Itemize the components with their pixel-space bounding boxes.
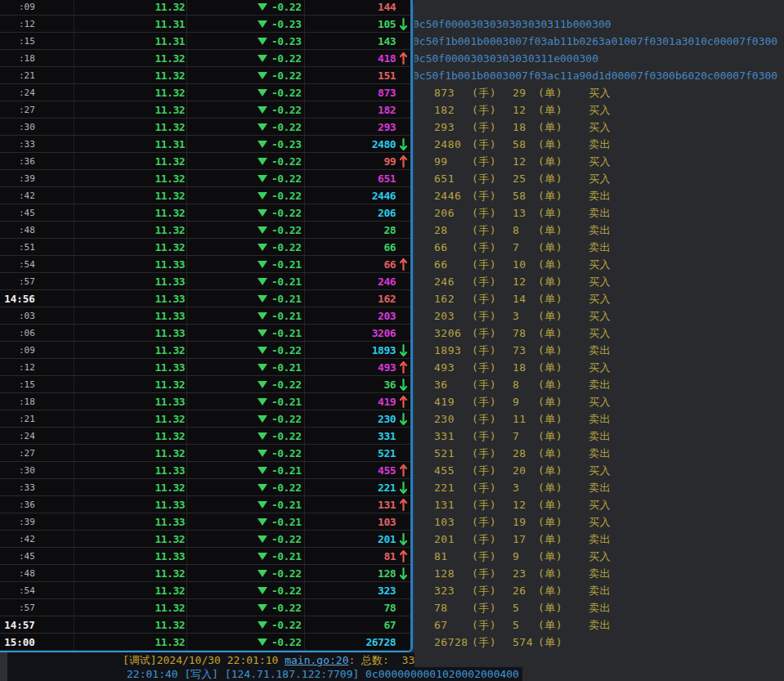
tick-row[interactable]: :4211.32-0.222446	[0, 187, 410, 204]
trade-log-row: 221(手)3(单)卖出	[414, 479, 784, 496]
debug-log-suffix: : 总数: 33	[348, 654, 414, 666]
tick-row[interactable]: :4211.32-0.22201	[0, 531, 410, 548]
source-link[interactable]: main.go:20	[284, 654, 348, 666]
tick-row[interactable]: :0911.32-0.22144	[0, 0, 410, 16]
tick-row[interactable]: :5411.33-0.2166	[0, 256, 410, 273]
trade-lots-label: (手)	[472, 601, 513, 616]
tick-row[interactable]: :5411.32-0.22323	[0, 582, 410, 599]
trade-lots-label: (手)	[472, 137, 513, 152]
debug-console-panel[interactable]: 0c50f0000303030303030311b0003000c50f1b00…	[414, 0, 784, 681]
tick-time: :09	[0, 345, 35, 356]
tick-arrow-slot	[396, 361, 410, 374]
tick-row[interactable]: :5711.33-0.21246	[0, 273, 410, 290]
tick-row[interactable]: :1211.31-0.23105	[0, 16, 410, 33]
tick-row[interactable]: :4511.33-0.2181	[0, 548, 410, 565]
tick-row[interactable]: :2111.32-0.22151	[0, 67, 410, 84]
trade-log-row: 230(手)11(单)卖出	[414, 410, 784, 428]
tick-volume: 66	[302, 241, 396, 253]
tick-change: -0.22	[185, 344, 301, 356]
tick-arrow-slot	[396, 549, 410, 563]
tick-change: -0.21	[185, 293, 301, 305]
tick-row[interactable]: :1211.33-0.21493	[0, 359, 410, 376]
up-arrow-icon	[400, 155, 407, 168]
tick-price: 11.32	[35, 155, 185, 168]
tick-volume: 36	[302, 379, 396, 391]
tick-row[interactable]: :0311.33-0.21203	[0, 307, 410, 325]
tick-time: :45	[0, 208, 35, 218]
tick-row[interactable]: :2711.32-0.22521	[0, 445, 410, 462]
tick-row[interactable]: :3611.32-0.2299	[0, 153, 410, 170]
tick-price: 11.32	[35, 190, 185, 202]
tick-change: -0.22	[185, 636, 301, 648]
trade-log-row: 182(手)12(单)买入	[414, 101, 784, 119]
tick-price: 11.32	[35, 87, 185, 99]
trade-lots-label: (手)	[472, 429, 513, 444]
trade-log-row: 419(手)9(单)买入	[414, 393, 784, 410]
down-arrow-icon	[400, 567, 407, 580]
tick-row[interactable]: :3311.32-0.22221	[0, 479, 410, 496]
tick-row[interactable]: :3011.33-0.21455	[0, 462, 410, 479]
tick-change: -0.23	[185, 138, 301, 150]
tick-row[interactable]: :2711.32-0.22182	[0, 101, 410, 119]
tick-row[interactable]: :5711.32-0.2278	[0, 599, 410, 616]
tick-volume: 131	[302, 499, 396, 511]
tick-price: 11.31	[35, 138, 185, 150]
trade-rows: 873(手)29(单)买入182(手)12(单)买入293(手)18(单)买入2…	[414, 84, 784, 651]
tick-change: -0.21	[185, 361, 301, 374]
tick-row[interactable]: :2411.32-0.22873	[0, 84, 410, 101]
tick-volume: 143	[302, 35, 396, 47]
tick-row[interactable]: :5111.32-0.2266	[0, 239, 410, 256]
trade-volume: 455	[434, 464, 472, 477]
tick-time: :30	[0, 465, 35, 476]
tick-row[interactable]: :1511.32-0.2236	[0, 376, 410, 393]
time-sales-table[interactable]: :0911.32-0.22144:1211.31-0.23105:1511.31…	[0, 0, 413, 652]
tick-row[interactable]: :1811.33-0.21419	[0, 393, 410, 410]
tick-row[interactable]: :4511.32-0.22206	[0, 204, 410, 222]
down-triangle-icon	[258, 261, 267, 268]
tick-row[interactable]: :3911.33-0.21103	[0, 513, 410, 531]
trade-volume: 873	[434, 87, 472, 99]
trade-direction: 卖出	[589, 567, 611, 581]
trade-order-count: 26	[513, 585, 538, 597]
trade-log-row: 521(手)28(单)卖出	[414, 445, 784, 462]
tick-volume: 182	[302, 104, 396, 116]
tick-row[interactable]: :3311.31-0.232480	[0, 136, 410, 153]
trade-direction: 买入	[589, 275, 611, 289]
tick-row[interactable]: :3911.32-0.22651	[0, 170, 410, 187]
tick-row[interactable]: :0611.33-0.213206	[0, 325, 410, 342]
trade-order-count: 58	[513, 190, 538, 202]
tick-row[interactable]: 14:5611.33-0.21162	[0, 290, 410, 307]
tick-change-value: -0.22	[271, 447, 302, 459]
tick-change-value: -0.22	[271, 241, 302, 253]
tick-row[interactable]: 15:0011.32-0.2226728	[0, 634, 410, 651]
trade-volume: 221	[434, 482, 472, 494]
tick-row[interactable]: :1511.31-0.23143	[0, 33, 410, 50]
down-triangle-icon	[258, 398, 267, 405]
tick-time: :24	[0, 431, 35, 441]
trade-direction: 卖出	[589, 223, 611, 238]
tick-row[interactable]: :2111.32-0.22230	[0, 410, 410, 428]
trade-log-row: 36(手)8(单)卖出	[414, 376, 784, 393]
tick-row[interactable]: :1811.32-0.22418	[0, 50, 410, 67]
tick-row[interactable]: :3611.33-0.21131	[0, 496, 410, 513]
tick-row[interactable]: :4811.32-0.22128	[0, 565, 410, 582]
tick-volume: 105	[302, 18, 396, 30]
status-bar: [调试]2024/10/30 22:01:10 main.go:20: 总数: …	[0, 652, 414, 681]
trade-lots-label: (手)	[472, 258, 513, 272]
trade-orders-label: (单)	[538, 326, 589, 341]
up-arrow-icon	[400, 464, 407, 477]
tick-row[interactable]: :2411.32-0.22331	[0, 428, 410, 445]
trade-order-count: 13	[513, 207, 538, 219]
tick-arrow-slot	[396, 395, 410, 409]
tick-row[interactable]: :4811.32-0.2228	[0, 222, 410, 239]
trade-orders-label: (单)	[538, 567, 589, 581]
tick-rows: :0911.32-0.22144:1211.31-0.23105:1511.31…	[0, 0, 410, 651]
tick-row[interactable]: :0911.32-0.221893	[0, 342, 410, 359]
tick-row[interactable]: 14:5711.32-0.2267	[0, 616, 410, 634]
trade-direction: 卖出	[589, 378, 611, 392]
tick-time: :12	[0, 19, 35, 29]
trade-direction: 卖出	[589, 601, 611, 616]
tick-row[interactable]: :3011.32-0.22293	[0, 119, 410, 136]
trade-direction: 买入	[589, 549, 611, 564]
hex-dump-line: 0c50f1b001b0003007f03ac11a90d1d00007f030…	[414, 67, 784, 84]
